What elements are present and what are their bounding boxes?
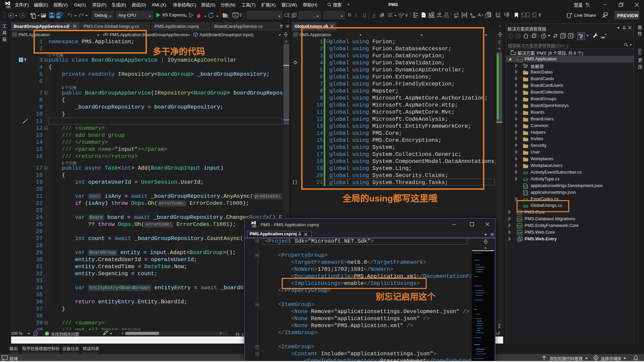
svg-text:A: A xyxy=(373,13,375,17)
svg-text:PRE: PRE xyxy=(7,6,10,8)
svg-text:A: A xyxy=(478,12,481,17)
svg-text:{}: {} xyxy=(524,185,527,188)
svg-text:C#: C# xyxy=(523,177,528,181)
svg-text:C#: C# xyxy=(518,225,522,228)
svg-text:C#: C# xyxy=(518,58,522,61)
svg-text:C#: C# xyxy=(523,171,528,175)
svg-text:PRE: PRE xyxy=(253,226,256,227)
svg-text:C#: C# xyxy=(13,33,16,36)
svg-text:{}: {} xyxy=(524,191,527,195)
svg-text:C#: C# xyxy=(518,231,522,235)
svg-text:C#: C# xyxy=(294,33,298,36)
svg-text:C#: C# xyxy=(518,218,522,221)
